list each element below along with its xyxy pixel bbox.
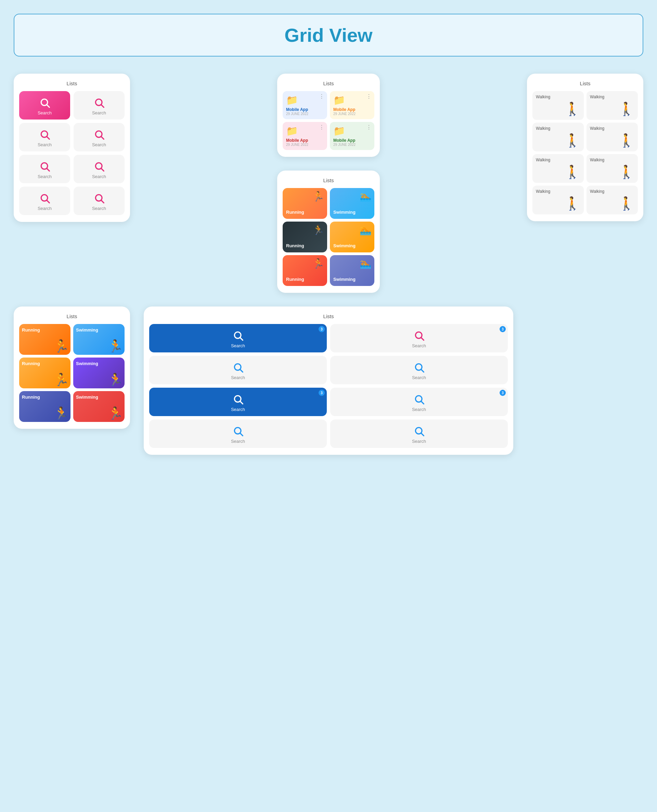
- walking-item[interactable]: Walking 🚶: [532, 186, 584, 214]
- search-icon: [233, 426, 244, 437]
- card4-title: Lists: [19, 313, 125, 319]
- activity-label: Swimming: [333, 277, 355, 282]
- card-folders: Lists ⋮ 📁 Mobile App 29 JUNE 2022 ⋮ 📁 Mo…: [277, 73, 380, 157]
- swimmer-figure: 🏃: [108, 406, 123, 420]
- folder-name: Mobile App: [286, 107, 324, 112]
- folder-item[interactable]: ⋮ 📁 Mobile App 29 JUNE 2022: [283, 122, 327, 150]
- swimmer-figure: 🏃: [108, 339, 123, 353]
- svg-line-1: [47, 105, 49, 107]
- more-icon[interactable]: ⋮: [366, 125, 372, 130]
- svg-line-19: [421, 338, 423, 340]
- svg-line-25: [240, 401, 243, 404]
- activity-label: Running: [286, 243, 304, 248]
- running-icon: 🏃: [313, 191, 324, 202]
- activity-item-running[interactable]: 🏃 Running: [283, 188, 327, 219]
- search-item-label: Search: [37, 206, 52, 211]
- walking-item[interactable]: Walking 🚶: [532, 91, 584, 120]
- activity-grid: Running 🏃 Swimming 🏃 Running 🏃 Swimming …: [19, 324, 125, 422]
- folder-grid: ⋮ 📁 Mobile App 29 JUNE 2022 ⋮ 📁 Mobile A…: [283, 91, 374, 150]
- svg-line-13: [47, 200, 49, 203]
- activity-item-swimming[interactable]: Swimming 🏃: [73, 358, 125, 388]
- search-badge-label: Search: [412, 439, 426, 444]
- search-item[interactable]: Search: [73, 187, 125, 215]
- svg-line-5: [47, 137, 49, 139]
- activity-label: Swimming: [76, 327, 122, 333]
- activity-label: Swimming: [333, 209, 355, 215]
- search-item[interactable]: Search: [73, 91, 125, 120]
- walking-figure: 🚶: [590, 102, 634, 116]
- more-icon[interactable]: ⋮: [319, 125, 324, 130]
- walking-item[interactable]: Walking 🚶: [532, 123, 584, 151]
- folder-item[interactable]: ⋮ 📁 Mobile App 29 JUNE 2022: [330, 91, 374, 119]
- activity-item-swimming[interactable]: 🏊 Swimming: [330, 222, 374, 252]
- search-badge-item[interactable]: Search: [149, 356, 327, 384]
- activity-item-running[interactable]: 🏃 Running: [283, 222, 327, 252]
- walking-item[interactable]: Walking 🚶: [587, 186, 638, 214]
- search-item[interactable]: Search: [19, 187, 70, 215]
- search-badge-label: Search: [231, 375, 245, 380]
- search-icon: [414, 426, 425, 437]
- search-item-label: Search: [37, 174, 52, 179]
- activity-item-running[interactable]: Running 🏃: [19, 324, 70, 355]
- activity-item-running[interactable]: 🏃 Running: [283, 255, 327, 286]
- runner-figure: 🏃: [54, 339, 69, 353]
- search-icon: [39, 193, 50, 204]
- search-item-label: Search: [92, 206, 106, 211]
- folder-item[interactable]: ⋮ 📁 Mobile App 29 JUNE 2022: [330, 122, 374, 150]
- walking-figure: 🚶: [536, 196, 580, 211]
- activity-item-swimming[interactable]: Swimming 🏃: [73, 324, 125, 355]
- running-icon: 🏃: [313, 258, 324, 269]
- walking-item[interactable]: Walking 🚶: [587, 91, 638, 120]
- walking-label: Walking: [590, 95, 634, 99]
- svg-line-3: [101, 105, 104, 107]
- walking-item[interactable]: Walking 🚶: [532, 154, 584, 183]
- search-item[interactable]: Search: [73, 123, 125, 151]
- more-icon[interactable]: ⋮: [366, 94, 372, 99]
- folder-name: Mobile App: [333, 138, 371, 143]
- search-icon: [414, 394, 425, 405]
- walking-label: Walking: [536, 95, 580, 99]
- search-item[interactable]: Search: [19, 155, 70, 183]
- activity-item-running[interactable]: Running 🏃: [19, 391, 70, 422]
- search-badge-item[interactable]: Search: [330, 356, 508, 384]
- icon-activity-grid: 🏃 Running 🏊 Swimming 🏃 Running 🏊 Swimmin…: [283, 188, 374, 286]
- activity-item-swimming[interactable]: Swimming 🏃: [73, 391, 125, 422]
- search-badge-item-active[interactable]: 3 Search: [149, 388, 327, 416]
- walking-label: Walking: [590, 189, 634, 194]
- activity-item-running[interactable]: Running 🏃: [19, 358, 70, 388]
- svg-line-17: [240, 338, 243, 340]
- search-item-label: Search: [92, 110, 106, 116]
- search-item-label: Search: [37, 142, 52, 147]
- search-badge-item[interactable]: 3 Search: [330, 324, 508, 352]
- folder-name: Mobile App: [333, 107, 371, 112]
- activity-label: Running: [22, 395, 68, 400]
- search-item[interactable]: Search: [19, 123, 70, 151]
- card-icon-activities: Lists 🏃 Running 🏊 Swimming 🏃 Running 🏊 S…: [277, 170, 380, 293]
- search-icon: [94, 193, 105, 204]
- activity-label: Swimming: [76, 395, 122, 400]
- search-badge-item[interactable]: Search: [149, 420, 327, 448]
- search-badge-item[interactable]: Search: [330, 420, 508, 448]
- swimming-icon: 🏊: [360, 191, 372, 202]
- svg-line-29: [240, 433, 243, 436]
- activity-item-swimming[interactable]: 🏊 Swimming: [330, 255, 374, 286]
- folder-icon: 📁: [286, 125, 324, 137]
- search-item[interactable]: Search: [73, 155, 125, 183]
- walking-figure: 🚶: [536, 164, 580, 180]
- search-badge-item[interactable]: 3 Search: [330, 388, 508, 416]
- walking-figure: 🚶: [590, 164, 634, 180]
- folder-item[interactable]: ⋮ 📁 Mobile App 29 JUNE 2022: [283, 91, 327, 119]
- activity-item-swimming[interactable]: 🏊 Swimming: [330, 188, 374, 219]
- badge-count: 3: [319, 390, 325, 396]
- card-search-list: Lists Search Search Search: [14, 73, 130, 222]
- search-badge-label: Search: [231, 439, 245, 444]
- search-item-active[interactable]: Search: [19, 91, 70, 120]
- activity-label: Running: [22, 361, 68, 366]
- badge-count: 3: [319, 326, 325, 332]
- runner-figure: 🏃: [54, 406, 69, 420]
- walking-item[interactable]: Walking 🚶: [587, 154, 638, 183]
- search-badge-item-active[interactable]: 3 Search: [149, 324, 327, 352]
- walking-item[interactable]: Walking 🚶: [587, 123, 638, 151]
- folder-date: 29 JUNE 2022: [333, 143, 371, 147]
- more-icon[interactable]: ⋮: [319, 94, 324, 99]
